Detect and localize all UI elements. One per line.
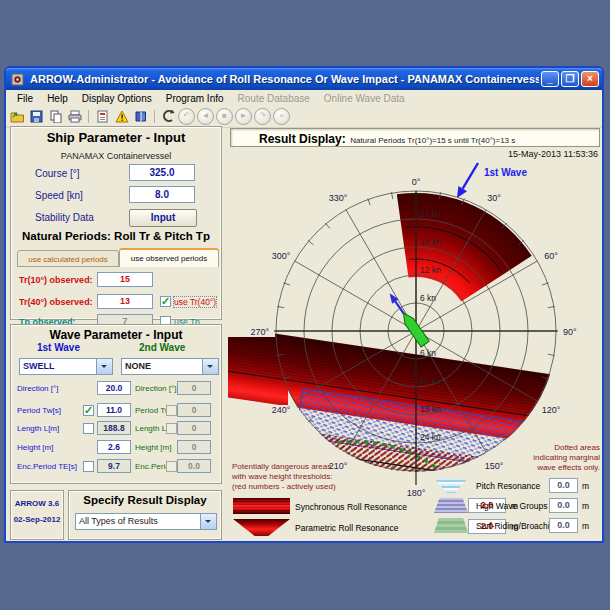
speed-label: Speed [kn]: [35, 190, 83, 201]
stability-data-label: Stability Data: [35, 212, 94, 223]
second-wave-type-value: NONE: [125, 361, 151, 371]
w1-length-label: Length L[m]: [17, 424, 59, 433]
app-window: ARROW-Administrator - Avoidance of Roll …: [4, 66, 604, 543]
parametric-roll-swatch: [233, 519, 290, 536]
svg-text:24 kn: 24 kn: [420, 209, 441, 219]
first-wave-arrow-label: 1st Wave: [484, 167, 527, 178]
svg-text:18 kn: 18 kn: [420, 237, 441, 247]
result-display-subtitle: Natural Periods Tr(10°)=15 s until Tr(40…: [350, 136, 515, 145]
first-wave-type-select[interactable]: SWELL: [19, 358, 113, 375]
use-tr40-checkbox[interactable]: ✓: [160, 296, 171, 307]
w1-encperiod-input: 9.7: [97, 459, 131, 473]
w1-direction-input[interactable]: 20.0: [97, 381, 131, 395]
svg-text:330°: 330°: [329, 193, 348, 203]
surf-riding-swatch: [434, 518, 468, 533]
tab-use-calculated-periods[interactable]: use calculated periods: [17, 250, 119, 267]
surf-riding-threshold-input[interactable]: 0.0: [549, 518, 578, 533]
w1-period-label: Period Tw[s]: [17, 406, 61, 415]
menu-display-options[interactable]: Display Options: [75, 93, 159, 104]
legend-label-high-wave: High Wave Groups: [476, 501, 548, 511]
svg-text:12 kn: 12 kn: [420, 376, 441, 386]
chevron-down-icon[interactable]: [200, 514, 216, 529]
legend-label-synchronous: Synchronous Roll Resonance: [295, 502, 407, 512]
dotted-note: Dotted areas indicating marginal wave ef…: [533, 443, 600, 473]
menu-bar: File Help Display Options Program Info R…: [6, 90, 602, 106]
step-right-icon: ►: [235, 108, 252, 125]
menu-program-info[interactable]: Program Info: [159, 93, 231, 104]
w1-encperiod-checkbox[interactable]: [83, 461, 94, 472]
specify-result-display-box: Specify Result Display All Types of Resu…: [68, 490, 222, 540]
toolbar-separator: [88, 110, 89, 123]
result-display-header: Result Display: Natural Periods Tr(10°)=…: [230, 128, 600, 147]
menu-online-wave-data: Online Wave Data: [317, 93, 412, 104]
w2-length-input: 0: [177, 421, 211, 435]
svg-text:0°: 0°: [412, 177, 421, 187]
close-button[interactable]: ×: [581, 71, 599, 87]
cancel-icon: ×: [273, 108, 290, 125]
w1-length-checkbox[interactable]: [83, 423, 94, 434]
w1-length-input: 188.8: [97, 421, 131, 435]
svg-text:180°: 180°: [407, 488, 426, 498]
course-input[interactable]: 325.0: [129, 164, 195, 181]
w2-height-label: Height [m]: [135, 443, 171, 452]
result-display-select[interactable]: All Types of Results: [75, 513, 217, 530]
stability-input-button[interactable]: Input: [129, 209, 197, 227]
minimize-button[interactable]: _: [541, 71, 559, 87]
w1-direction-label: Direction [°]: [17, 384, 58, 393]
print-icon[interactable]: [66, 109, 83, 125]
tab-use-observed-periods[interactable]: use observed periods: [119, 248, 219, 267]
title-bar[interactable]: ARROW-Administrator - Avoidance of Roll …: [6, 68, 602, 90]
rotate-left-icon: ↶: [178, 108, 195, 125]
warning-icon[interactable]: [113, 109, 130, 125]
menu-file[interactable]: File: [10, 93, 40, 104]
second-wave-type-select[interactable]: NONE: [121, 358, 219, 375]
ship-parameter-group: Ship Parameter - Input PANAMAX Container…: [10, 126, 222, 320]
high-wave-threshold-input[interactable]: 0.0: [549, 498, 578, 513]
w1-height-label: Height [m]: [17, 443, 53, 452]
tr10-input[interactable]: 15: [97, 272, 153, 287]
client-area: Ship Parameter - Input PANAMAX Container…: [6, 125, 602, 541]
w2-period-input: 0: [177, 403, 211, 417]
save-icon[interactable]: [28, 109, 45, 125]
svg-text:270°: 270°: [250, 327, 269, 337]
tr10-label: Tr(10°) observed:: [19, 275, 93, 285]
svg-text:18 kn: 18 kn: [420, 404, 441, 414]
legend-label-parametric: Parametric Roll Resonance: [295, 523, 398, 533]
svg-text:30°: 30°: [487, 193, 501, 203]
svg-text:120°: 120°: [542, 405, 561, 415]
svg-text:6 kn: 6 kn: [420, 348, 436, 358]
chevron-down-icon[interactable]: [202, 359, 218, 374]
open-icon[interactable]: [9, 109, 26, 125]
svg-text:6 kn: 6 kn: [420, 293, 436, 303]
w1-height-input[interactable]: 2.6: [97, 440, 131, 454]
maximize-button[interactable]: ❐: [561, 71, 579, 87]
legend-label-pitch: Pitch Resonance: [476, 481, 540, 491]
legend-label-surf-riding: Surf-Riding/Broaching: [476, 521, 559, 531]
w2-length-checkbox[interactable]: [166, 423, 177, 434]
w1-period-input[interactable]: 11.0: [97, 403, 131, 417]
menu-help[interactable]: Help: [40, 93, 75, 104]
svg-text:24 kn: 24 kn: [420, 432, 441, 442]
tr40-input[interactable]: 13: [97, 294, 153, 309]
chevron-down-icon[interactable]: [96, 359, 112, 374]
wave-parameter-group: Wave Parameter - Input 1st Wave 2nd Wave…: [10, 324, 222, 484]
use-tr40-label[interactable]: use Tr(40°): [174, 297, 216, 307]
app-icon: [9, 71, 26, 87]
vessel-name: PANAMAX Containervessel: [11, 151, 221, 161]
w2-period-checkbox[interactable]: [166, 405, 177, 416]
speed-input[interactable]: 8.0: [129, 186, 195, 203]
report-icon[interactable]: [94, 109, 111, 125]
copy-icon[interactable]: [47, 109, 64, 125]
w1-encperiod-label: Enc.Period TE[s]: [17, 462, 77, 471]
pitch-threshold-input[interactable]: 0.0: [549, 478, 578, 493]
svg-text:240°: 240°: [272, 405, 291, 415]
speed-ring-labels: 6 kn 12 kn 18 kn 24 kn 6 kn 12 kn 18 kn …: [420, 209, 441, 442]
w2-encperiod-checkbox[interactable]: [166, 461, 177, 472]
step-left-icon: ◄: [197, 108, 214, 125]
stop-icon: ■: [216, 108, 233, 125]
legend-unit-high-wave: m: [582, 501, 589, 511]
help-book-icon[interactable]: [132, 109, 149, 125]
w1-period-checkbox[interactable]: ✓: [83, 405, 94, 416]
compass-icon[interactable]: [160, 109, 176, 125]
w2-direction-input: 0: [177, 381, 211, 395]
